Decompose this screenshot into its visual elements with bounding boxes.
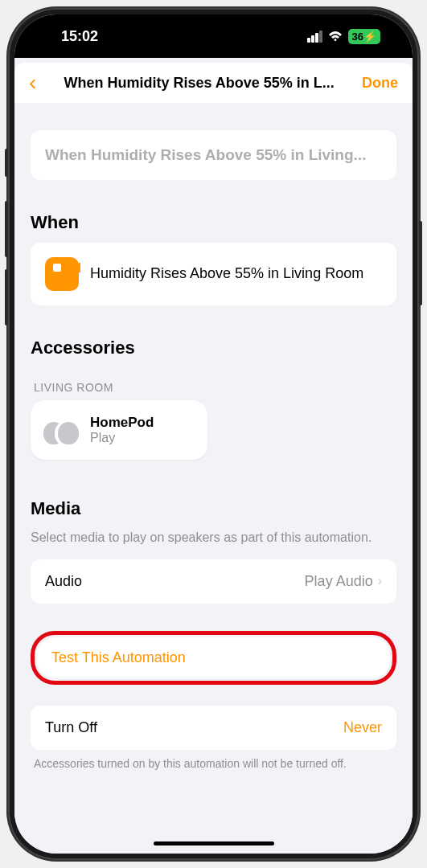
nav-header: ‹ When Humidity Rises Above 55% in L... … [14,63,413,103]
section-media-title: Media [31,498,396,519]
audio-row-label: Audio [45,573,82,590]
done-button[interactable]: Done [362,75,398,92]
chevron-right-icon: › [378,574,382,588]
media-subtitle: Select media to play on speakers as part… [31,529,396,547]
test-automation-label: Test This Automation [51,649,186,665]
section-when-title: When [31,212,396,233]
accessory-name: HomePod [90,415,154,431]
turnoff-row[interactable]: Turn Off Never [31,706,396,750]
automation-name-placeholder: When Humidity Rises Above 55% in Living.… [45,146,382,164]
status-time: 15:02 [61,28,98,45]
accessory-homepod[interactable]: HomePod Play [31,400,207,460]
section-accessories-title: Accessories [31,338,396,358]
accessory-status: Play [90,431,154,445]
battery-icon: 36⚡ [348,29,380,44]
home-indicator[interactable] [154,841,274,845]
trigger-card[interactable]: Humidity Rises Above 55% in Living Room [31,243,396,305]
audio-row-value: Play Audio › [305,573,382,590]
room-label: LIVING ROOM [34,381,396,394]
test-automation-button[interactable]: Test This Automation [37,637,390,678]
automation-name-field[interactable]: When Humidity Rises Above 55% in Living.… [31,130,396,180]
back-chevron-icon[interactable]: ‹ [29,70,36,96]
status-icons: 36⚡ [307,29,380,44]
humidity-sensor-icon [45,257,79,291]
page-title: When Humidity Rises Above 55% in L... [36,75,362,92]
cellular-signal-icon [307,31,322,43]
homepod-icon [43,416,79,444]
audio-row[interactable]: Audio Play Audio › [31,559,396,604]
turnoff-label: Turn Off [45,719,97,736]
wifi-icon [327,31,343,43]
turnoff-value: Never [343,719,382,736]
trigger-text: Humidity Rises Above 55% in Living Room [90,264,363,283]
turnoff-footer: Accessories turned on by this automation… [31,756,396,772]
test-automation-highlight: Test This Automation [31,631,396,685]
